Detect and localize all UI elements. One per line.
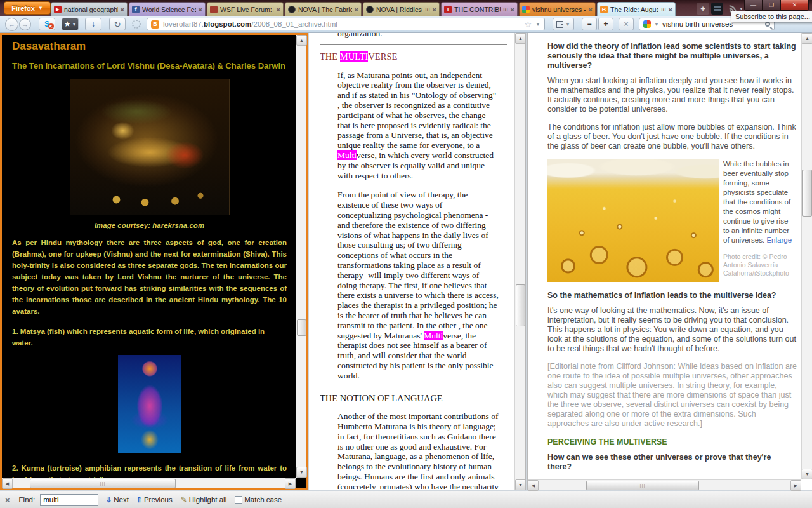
firefox-menu-button[interactable]: Firefox ▼ bbox=[4, 1, 51, 15]
url-text[interactable]: loverofart87.blogspot.com/2008_08_01_arc… bbox=[163, 20, 520, 28]
find-highlight: Multi bbox=[337, 150, 357, 160]
tab-world-science-festival[interactable]: f World Science Festival × bbox=[129, 2, 206, 16]
highlight-all-button[interactable]: Highlight all bbox=[189, 496, 226, 504]
tab-nova-fabric[interactable]: NOVA | The Fabric of ... × bbox=[285, 2, 362, 16]
tab-vishnu-universes-search[interactable]: vishnu universes - Go... × bbox=[519, 2, 596, 16]
scroll-left-icon[interactable]: ◀ bbox=[2, 478, 13, 489]
window-close-button[interactable]: ✕ bbox=[780, 0, 809, 11]
find-toolbar: × Find: ⇓ Next ⇑ Previous ✎ Highlight al… bbox=[0, 491, 812, 508]
youtube-icon: ▶ bbox=[54, 6, 62, 13]
right-pane-horizontal-scrollbar[interactable]: ◀ ||| ▶ bbox=[528, 479, 801, 490]
find-next-button[interactable]: Next bbox=[114, 496, 129, 504]
scroll-up-icon[interactable]: ▲ bbox=[515, 33, 526, 44]
zoom-in-button[interactable]: + bbox=[598, 18, 613, 30]
section-heading-language: THE NOTION OF LANGUAGE bbox=[320, 394, 508, 404]
arrow-down-icon[interactable]: ⇓ bbox=[105, 495, 112, 504]
scroll-down-icon[interactable]: ▼ bbox=[296, 467, 307, 478]
wsf-icon bbox=[210, 6, 218, 13]
tab-close-icon[interactable]: × bbox=[121, 6, 124, 13]
scroll-left-icon[interactable]: ◀ bbox=[528, 480, 539, 491]
new-tab-button[interactable]: + bbox=[697, 3, 709, 15]
tab-label: THE CONTRIBUTI... bbox=[454, 6, 501, 13]
middle-pane-vertical-scrollbar[interactable]: ▲ ▼ bbox=[514, 33, 525, 490]
arrow-up-icon[interactable]: ⇑ bbox=[136, 495, 142, 504]
tab-close-icon[interactable]: × bbox=[277, 6, 280, 13]
tab-the-ride-active[interactable]: B The Ride: August... ⊞ × bbox=[597, 2, 676, 16]
download-button[interactable]: ↓ bbox=[85, 18, 102, 30]
chevron-down-icon[interactable]: ▼ bbox=[739, 6, 743, 11]
split-browser-button[interactable]: ▼ bbox=[553, 18, 574, 30]
tab-close-icon[interactable]: × bbox=[355, 6, 358, 13]
tab-group-icon: ⊞ bbox=[661, 6, 666, 13]
tab-nova-riddles[interactable]: NOVA | Riddles of t... ⊞ × bbox=[363, 2, 440, 16]
tab-national-geographic[interactable]: ▶ national geographic, l... × bbox=[51, 2, 128, 16]
left-pane-vertical-scrollbar[interactable]: ▲ ▼ bbox=[296, 35, 306, 478]
facebook-icon: f bbox=[132, 6, 140, 13]
stop-button[interactable]: × bbox=[619, 18, 634, 30]
tab-close-icon[interactable]: × bbox=[433, 6, 436, 13]
blogger-favicon: B bbox=[151, 20, 159, 29]
scrollbar-thumb[interactable]: ||| bbox=[586, 481, 699, 490]
scrollbar-thumb[interactable] bbox=[297, 319, 306, 336]
scroll-down-icon[interactable]: ▼ bbox=[802, 469, 812, 479]
tab-close-icon[interactable]: × bbox=[589, 6, 593, 13]
zoom-out-button[interactable]: − bbox=[582, 18, 597, 30]
tab-wsf-live-forum[interactable]: WSF Live Forum: Fabr... × bbox=[207, 2, 284, 16]
chevron-down-icon: ▼ bbox=[565, 22, 570, 27]
intro-paragraph: As per Hindu mythology there are three a… bbox=[12, 237, 287, 317]
forward-button[interactable]: → bbox=[19, 18, 31, 30]
skype-extension-button[interactable]: S bbox=[39, 18, 55, 30]
minimize-button[interactable]: — bbox=[744, 0, 763, 11]
grid-icon bbox=[714, 6, 721, 11]
tab-label: vishnu universes - Go... bbox=[532, 6, 586, 13]
scrollbar-thumb[interactable]: ||| bbox=[30, 479, 176, 488]
pane-blog-dasavatharam: Dasavatharam The Ten Incarnations of Lor… bbox=[0, 33, 308, 490]
scroll-right-icon[interactable]: ▶ bbox=[790, 480, 801, 491]
paragraph: Another of the most important contributi… bbox=[337, 411, 499, 489]
enlarge-link[interactable]: Enlarge bbox=[766, 236, 792, 244]
tab-close-icon[interactable]: × bbox=[669, 6, 672, 13]
window-controls: — ❐ ✕ bbox=[744, 0, 809, 11]
tab-close-icon[interactable]: × bbox=[199, 6, 202, 13]
highlighter-icon[interactable]: ✎ bbox=[181, 495, 187, 504]
tab-the-contributions[interactable]: I THE CONTRIBUTI... ⊞ × bbox=[441, 2, 518, 16]
match-case-checkbox[interactable] bbox=[235, 496, 242, 504]
tab-close-icon[interactable]: × bbox=[511, 6, 514, 13]
url-bar[interactable]: B loverofart87.blogspot.com/2008_08_01_a… bbox=[147, 18, 545, 30]
bookmark-menu-button[interactable]: ★ ▼ bbox=[62, 18, 79, 30]
left-pane-horizontal-scrollbar[interactable]: ◀ ||| ▶ bbox=[2, 478, 296, 488]
scroll-down-icon[interactable]: ▼ bbox=[515, 479, 526, 490]
question: So the mathematics of inflation leads to… bbox=[547, 291, 797, 300]
bookmark-star-icon[interactable]: ☆ bbox=[524, 20, 532, 29]
chevron-down-icon[interactable]: ▼ bbox=[654, 22, 659, 27]
paragraph: From the point of view of therapy, the e… bbox=[337, 190, 499, 380]
scroll-right-icon[interactable]: ▶ bbox=[285, 478, 296, 489]
pane-nova-interview: How did the theory of inflation lead som… bbox=[527, 33, 812, 490]
post-title: The Ten Incarnations of Lord Vishnu (Des… bbox=[12, 61, 287, 70]
back-button[interactable]: ← bbox=[5, 18, 18, 31]
editorial-note: [Editorial note from Clifford Johnson: W… bbox=[547, 362, 797, 429]
reload-button[interactable]: ↻ bbox=[109, 18, 126, 30]
scrollbar-thumb[interactable] bbox=[516, 284, 525, 326]
chevron-down-icon: ▼ bbox=[38, 5, 43, 11]
right-pane-vertical-scrollbar[interactable]: ▲ ▼ bbox=[801, 33, 812, 479]
find-previous-button[interactable]: Previous bbox=[144, 496, 173, 504]
search-icon[interactable] bbox=[765, 22, 770, 27]
match-case-label[interactable]: Match case bbox=[244, 496, 282, 504]
firefox-menu-label: Firefox bbox=[11, 4, 35, 12]
tab-group-icon: ⊞ bbox=[503, 6, 508, 13]
photo-credit: Photo credit: © Pedro Antonio Salaverría… bbox=[723, 253, 794, 277]
avatar-item-kurma: 2. Kurma (tortroise) amphibian represent… bbox=[12, 462, 287, 478]
google-icon bbox=[522, 6, 530, 13]
findbar-close-icon[interactable]: × bbox=[5, 495, 10, 505]
tab-groups-button[interactable] bbox=[711, 3, 723, 15]
scroll-up-icon[interactable]: ▲ bbox=[296, 35, 307, 46]
disabled-badge-icon bbox=[48, 23, 54, 29]
scrollbar-thumb[interactable] bbox=[802, 170, 812, 217]
split-view-icon bbox=[556, 21, 563, 28]
maximize-button[interactable]: ❐ bbox=[763, 0, 780, 11]
tab-label: WSF Live Forum: Fabr... bbox=[220, 6, 274, 13]
find-input[interactable] bbox=[40, 494, 98, 506]
chevron-down-icon[interactable]: ▼ bbox=[535, 22, 540, 27]
scroll-up-icon[interactable]: ▲ bbox=[802, 33, 812, 44]
